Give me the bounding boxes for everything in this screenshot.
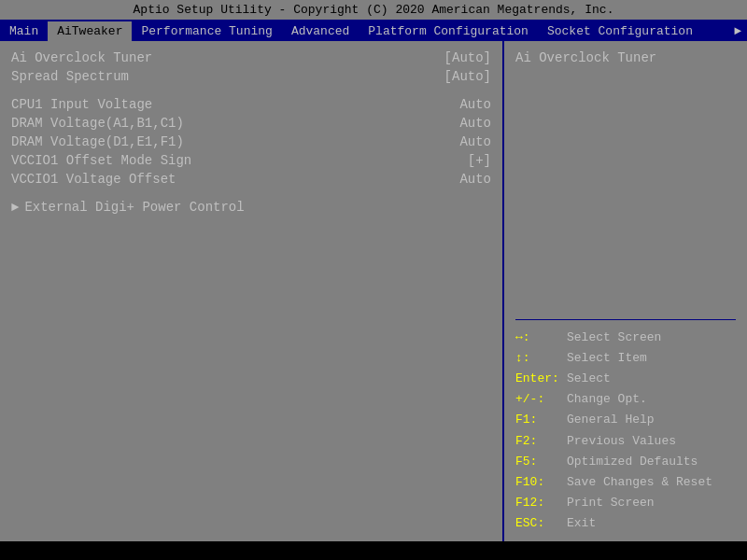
key-desc: Select	[567, 369, 611, 389]
right-panel: Ai Overclock Tuner ↔: Select Screen↕: Se…	[504, 41, 747, 541]
key-line-6: F5: Optimized Defaults	[515, 452, 736, 472]
bottom-bar	[0, 541, 747, 560]
setting-value: Auto	[459, 134, 491, 149]
setting-label: VCCIO1 Voltage Offset	[11, 172, 176, 187]
key-line-2: Enter: Select	[515, 369, 736, 389]
setting-row-dram-voltage-a1-b1-c1-[interactable]: DRAM Voltage(A1,B1,C1)Auto	[11, 114, 491, 133]
submenu-label: External Digi+ Power Control	[24, 200, 244, 215]
setting-value: [+]	[468, 153, 491, 168]
spacer-2	[11, 86, 491, 95]
left-panel: Ai Overclock Tuner[Auto]Spread Spectrum[…	[0, 41, 504, 541]
key-label: ESC:	[515, 513, 567, 534]
bios-setup-utility: Aptio Setup Utility - Copyright (C) 2020…	[0, 0, 747, 560]
key-desc: Save Changes & Reset	[567, 472, 712, 493]
key-line-0: ↔: Select Screen	[515, 328, 736, 348]
key-line-5: F2: Previous Values	[515, 431, 736, 452]
setting-row-vccio1-voltage-offset[interactable]: VCCIO1 Voltage OffsetAuto	[11, 170, 491, 189]
key-line-9: ESC: Exit	[515, 513, 736, 534]
key-line-1: ↕: Select Item	[515, 348, 736, 369]
menu-item-performance-tuning[interactable]: Performance Tuning	[132, 21, 281, 41]
key-desc: Previous Values	[567, 431, 676, 452]
key-label: F1:	[515, 410, 567, 430]
setting-label: DRAM Voltage(D1,E1,F1)	[11, 134, 184, 149]
setting-value: Auto	[459, 116, 491, 131]
key-help: ↔: Select Screen↕: Select ItemEnter: Sel…	[515, 319, 736, 534]
key-desc: Optimized Defaults	[567, 452, 698, 472]
setting-row-cpu1-input-voltage[interactable]: CPU1 Input VoltageAuto	[11, 95, 491, 114]
key-desc: Print Screen	[567, 493, 655, 513]
setting-row-dram-voltage-d1-e1-f1-[interactable]: DRAM Voltage(D1,E1,F1)Auto	[11, 133, 491, 151]
key-label: F2:	[515, 431, 567, 452]
setting-label: VCCIO1 Offset Mode Sign	[11, 153, 191, 168]
setting-value: Auto	[459, 97, 491, 112]
menu-item-socket-configuration[interactable]: Socket Configuration	[538, 21, 702, 41]
main-content: Ai Overclock Tuner[Auto]Spread Spectrum[…	[0, 41, 747, 541]
setting-row-vccio1-offset-mode-sign[interactable]: VCCIO1 Offset Mode Sign[+]	[11, 151, 491, 170]
setting-label: DRAM Voltage(A1,B1,C1)	[11, 116, 184, 131]
key-desc: Change Opt.	[567, 389, 647, 410]
help-title: Ai Overclock Tuner	[515, 50, 656, 65]
setting-label: CPU1 Input Voltage	[11, 97, 152, 112]
key-line-4: F1: General Help	[515, 410, 736, 430]
setting-value: [Auto]	[444, 50, 491, 65]
menu-bar: MainAiTweakerPerformance TuningAdvancedP…	[0, 20, 747, 41]
menu-item-main[interactable]: Main	[0, 21, 48, 41]
key-label: F10:	[515, 472, 567, 493]
submenu-arrow-icon: ►	[11, 200, 19, 215]
key-label: ↕:	[515, 348, 567, 369]
key-line-8: F12: Print Screen	[515, 493, 736, 513]
title-bar: Aptio Setup Utility - Copyright (C) 2020…	[0, 0, 747, 20]
menu-item-platform-configuration[interactable]: Platform Configuration	[359, 21, 538, 41]
submenu-item-external-digi[interactable]: ►External Digi+ Power Control	[11, 196, 491, 218]
setting-row-ai-overclock-tuner[interactable]: Ai Overclock Tuner[Auto]	[11, 49, 491, 67]
setting-value: Auto	[459, 172, 491, 187]
key-line-7: F10: Save Changes & Reset	[515, 472, 736, 493]
menu-item-advanced[interactable]: Advanced	[282, 21, 359, 41]
key-desc: Select Item	[567, 348, 647, 369]
key-label: Enter:	[515, 369, 567, 389]
setting-label: Spread Spectrum	[11, 69, 129, 84]
key-label: F5:	[515, 452, 567, 472]
setting-label: Ai Overclock Tuner	[11, 50, 152, 65]
menu-item-aitweaker[interactable]: AiTweaker	[48, 21, 132, 41]
title-text: Aptio Setup Utility - Copyright (C) 2020…	[134, 3, 614, 17]
setting-value: [Auto]	[444, 69, 491, 84]
key-desc: Select Screen	[567, 328, 661, 348]
key-desc: Exit	[567, 513, 596, 534]
setting-row-spread-spectrum[interactable]: Spread Spectrum[Auto]	[11, 67, 491, 86]
key-line-3: +/-: Change Opt.	[515, 389, 736, 410]
key-label: F12:	[515, 493, 567, 513]
menu-more-indicator: ►	[728, 21, 747, 41]
help-text: Ai Overclock Tuner	[515, 49, 736, 319]
key-label: +/-:	[515, 389, 567, 410]
key-desc: General Help	[567, 410, 655, 430]
key-label: ↔:	[515, 328, 567, 348]
